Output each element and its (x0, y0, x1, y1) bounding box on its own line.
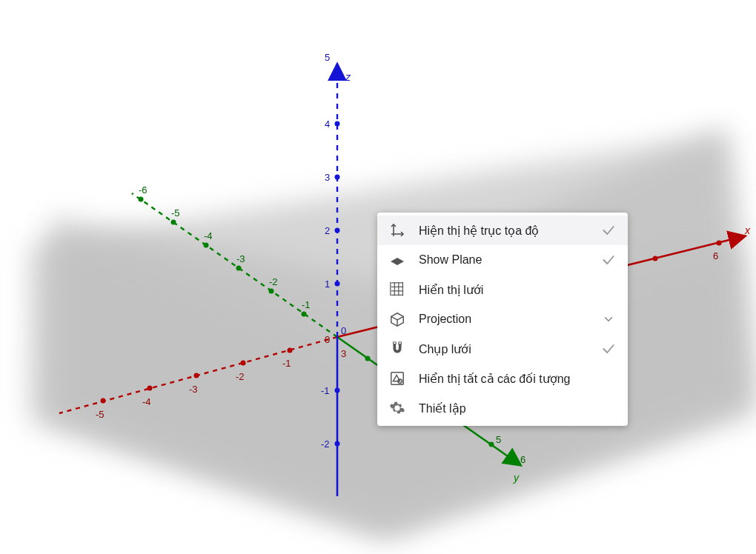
menu-item-projection[interactable]: Projection (377, 304, 628, 334)
check-icon (600, 251, 617, 269)
svg-point-55 (335, 388, 340, 393)
svg-point-37 (204, 243, 209, 248)
svg-point-33 (269, 289, 274, 294)
z-axis-label: z (345, 71, 351, 83)
svg-point-24 (365, 356, 371, 361)
svg-text:-1: -1 (302, 299, 311, 310)
menu-label: Hiện thị hệ trục tọa độ (419, 224, 600, 238)
svg-point-35 (236, 266, 242, 271)
svg-text:-5: -5 (171, 207, 180, 218)
svg-point-50 (335, 175, 340, 180)
svg-text:0: 0 (325, 334, 330, 345)
menu-item-settings[interactable]: Thiết lập (377, 393, 628, 423)
menu-label: Chụp lưới (419, 342, 600, 356)
svg-point-9 (194, 373, 199, 378)
x-axis-label: x (744, 224, 751, 236)
svg-point-31 (302, 312, 307, 317)
svg-text:1: 1 (325, 278, 330, 290)
menu-label: Show Plane (419, 253, 600, 267)
svg-text:-1: -1 (282, 358, 291, 369)
menu-item-show-plane[interactable]: Show Plane (377, 245, 628, 275)
svg-text:-4: -4 (204, 230, 213, 241)
svg-point-20 (717, 241, 722, 246)
svg-text:-3: -3 (189, 384, 198, 395)
svg-text:2: 2 (325, 225, 330, 236)
svg-text:-5: -5 (96, 409, 105, 420)
shapes-icon (388, 369, 407, 388)
svg-rect-75 (394, 342, 397, 344)
svg-point-11 (147, 386, 153, 391)
svg-marker-78 (394, 375, 400, 381)
svg-text:-2: -2 (236, 371, 245, 382)
context-menu[interactable]: Hiện thị hệ trục tọa độ Show Plane Hiển … (377, 213, 628, 426)
svg-point-39 (171, 220, 176, 225)
svg-point-46 (335, 281, 340, 287)
svg-text:6: 6 (713, 250, 718, 261)
check-icon (600, 221, 617, 239)
svg-text:0: 0 (341, 325, 346, 336)
svg-point-52 (335, 121, 340, 127)
svg-point-7 (241, 361, 246, 366)
menu-label: Projection (419, 313, 600, 326)
svg-point-19 (653, 256, 658, 261)
svg-text:-4: -4 (142, 396, 151, 407)
y-axis-label: y (513, 472, 520, 484)
svg-text:5: 5 (496, 434, 501, 445)
gear-icon (388, 398, 407, 418)
menu-item-snap-grid[interactable]: Chụp lưới (377, 334, 628, 364)
menu-label: Hiển thị tất cả các đối tượng (419, 372, 600, 386)
menu-label: Thiết lập (419, 401, 600, 416)
grid-icon (388, 280, 407, 299)
axes-icon (388, 221, 407, 240)
svg-point-80 (396, 407, 399, 410)
menu-item-show-axes[interactable]: Hiện thị hệ trục tọa độ (377, 216, 628, 245)
menu-item-show-all-objects[interactable]: Hiển thị tất cả các đối tượng (377, 364, 628, 393)
svg-text:-2: -2 (269, 276, 278, 287)
svg-marker-64 (391, 258, 404, 265)
chevron-down-icon (600, 310, 617, 328)
svg-point-13 (101, 398, 106, 404)
plane-icon (388, 250, 407, 270)
svg-text:-2: -2 (321, 438, 330, 450)
svg-text:5: 5 (325, 52, 330, 63)
svg-point-41 (139, 197, 144, 202)
check-icon (600, 340, 617, 358)
svg-point-57 (335, 441, 340, 447)
svg-point-5 (288, 348, 293, 353)
svg-point-48 (335, 228, 340, 233)
menu-label: Hiển thị lưới (419, 283, 600, 297)
menu-item-show-grid[interactable]: Hiển thị lưới (377, 275, 628, 304)
svg-text:-3: -3 (236, 253, 245, 264)
svg-text:3: 3 (341, 348, 346, 359)
svg-rect-76 (399, 342, 402, 344)
svg-text:-6: -6 (139, 184, 147, 196)
cube-icon (388, 310, 407, 329)
svg-point-28 (489, 442, 494, 447)
svg-text:-1: -1 (321, 385, 330, 396)
svg-text:3: 3 (325, 172, 330, 183)
svg-text:6: 6 (520, 454, 525, 465)
magnet-icon (388, 339, 407, 358)
svg-text:4: 4 (325, 119, 330, 130)
